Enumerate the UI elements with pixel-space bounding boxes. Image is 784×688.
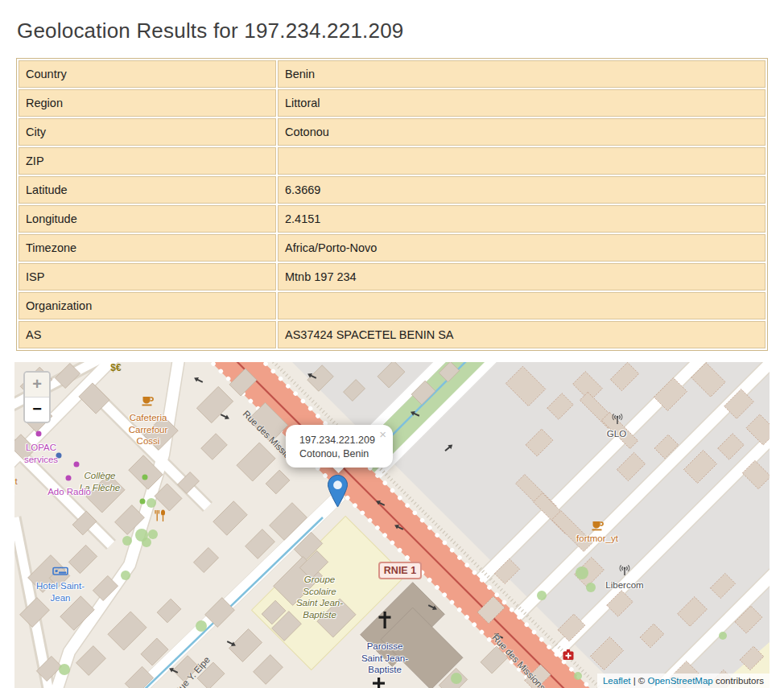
map-label-glo: GLO [607, 428, 626, 440]
map-attribution: Leaflet | © OpenStreetMap contributors [597, 674, 770, 688]
bed-icon [52, 566, 69, 580]
table-row: ZIP [19, 147, 765, 175]
row-label: City [19, 118, 276, 146]
antenna-icon [611, 413, 624, 429]
map-label-cutoff: uts [14, 476, 18, 498]
openstreetmap-link[interactable]: OpenStreetMap [648, 676, 713, 686]
map-label-fortmor: fortmor_yt [576, 533, 618, 545]
row-label: ISP [19, 263, 276, 290]
map-tiles [14, 362, 770, 688]
table-row: RegionLittoral [19, 89, 765, 117]
map-label-hotel: Hotel Saint-Jean [36, 580, 85, 604]
cafe-icon [142, 395, 155, 410]
map-canvas[interactable]: Rue des Missions Rue des Missions Rue Y.… [14, 362, 770, 688]
map-label-ado-radio: Ado Radio [47, 486, 91, 498]
table-row: Organization [19, 292, 765, 319]
map-label-groupe-scolaire: GroupeScolaireSaint Jean-Baptiste [296, 574, 343, 620]
table-row: Longitude2.4151 [19, 205, 765, 233]
table-row: CountryBenin [19, 60, 765, 88]
page-title: Geolocation Results for 197.234.221.209 [17, 18, 784, 43]
row-value [278, 292, 765, 319]
rnie-road-badge: RNIE 1 [378, 562, 422, 579]
row-value: Africa/Porto-Novo [278, 234, 765, 262]
map-label-cafeteria: CafeteriaCarrefourCossi [129, 412, 168, 447]
table-row: ISPMtnb 197 234 [19, 263, 765, 290]
attribution-suffix: contributors [713, 676, 764, 686]
row-label: ZIP [19, 147, 276, 175]
row-label: Organization [19, 292, 276, 319]
row-value: 6.3669 [278, 176, 765, 204]
zoom-in-button[interactable]: + [25, 373, 49, 397]
location-marker-icon[interactable] [328, 475, 348, 511]
popup-ip: 197.234.221.209 [299, 434, 386, 447]
map-label-libercom: Libercom [605, 579, 643, 591]
table-row: TimezoneAfrica/Porto-Novo [19, 234, 765, 262]
row-value: Littoral [278, 89, 765, 117]
row-label: Region [19, 89, 276, 117]
popup-close-icon[interactable]: × [379, 427, 386, 441]
row-value: AS37424 SPACETEL BENIN SA [278, 321, 765, 348]
antenna-icon [618, 564, 631, 580]
row-label: Longitude [19, 205, 276, 233]
popup-location: Cotonou, Benin [299, 447, 386, 461]
row-label: Latitude [19, 176, 276, 204]
table-row: ASAS37424 SPACETEL BENIN SA [19, 321, 765, 348]
row-label: Timezone [19, 234, 276, 262]
row-value [278, 147, 765, 175]
table-row: CityCotonou [19, 118, 765, 146]
attribution-separator: | © [630, 676, 647, 686]
map-label-lopac: LOPACservices [24, 442, 58, 465]
row-value: Mtnb 197 234 [278, 263, 765, 290]
geolocation-table: CountryBenin RegionLittoral CityCotonou … [16, 58, 768, 351]
zoom-out-button[interactable]: − [25, 397, 49, 422]
currency-exchange-icon: $€ [110, 362, 121, 373]
table-row: Latitude6.3669 [19, 176, 765, 204]
row-value: 2.4151 [278, 205, 765, 233]
pharmacy-icon [563, 649, 575, 664]
restaurant-icon [154, 509, 167, 525]
map-zoom-control: + − [23, 371, 51, 423]
row-label: AS [19, 321, 276, 348]
map-label-paroisse: ParoisseSaint Jean-Baptiste [361, 641, 408, 676]
leaflet-link[interactable]: Leaflet [603, 676, 631, 686]
map-popup: 197.234.221.209 Cotonou, Benin × [286, 425, 393, 468]
row-value: Benin [278, 60, 765, 88]
row-value: Cotonou [278, 118, 765, 146]
row-label: Country [19, 60, 276, 88]
